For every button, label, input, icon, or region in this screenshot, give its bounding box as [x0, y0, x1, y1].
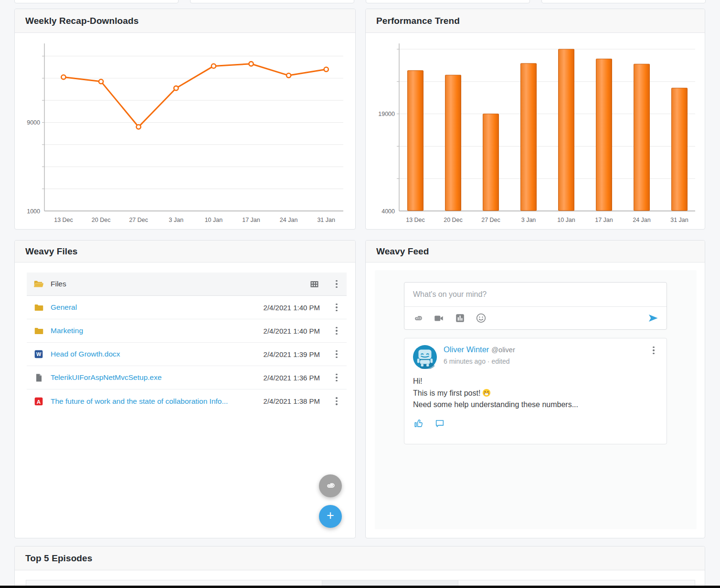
file-kebab-menu[interactable] [332, 326, 341, 336]
svg-text:20 Dec: 20 Dec [92, 217, 111, 223]
feed-surface: Oliver Winter@oliver 6 minutes ago · edi… [375, 270, 697, 529]
file-kebab-menu[interactable] [332, 349, 341, 359]
file-link[interactable]: The future of work and the state of coll… [51, 397, 264, 406]
post-composer [404, 282, 667, 330]
kpi-card-stub-2 [190, 0, 354, 3]
grinning-face-emoji [482, 388, 491, 397]
file-link[interactable]: TelerikUIForAspNetMvcSetup.exe [51, 373, 264, 382]
attachment-fab-button[interactable] [319, 474, 342, 497]
weavy-files-header: Weavy Files [15, 241, 355, 262]
svg-text:10 Jan: 10 Jan [205, 217, 223, 223]
post-head: Oliver Winter@oliver 6 minutes ago · edi… [413, 345, 658, 369]
file-link[interactable]: Head of Growth.docx [51, 350, 264, 358]
file-kebab-menu[interactable] [332, 396, 341, 407]
plus-icon: + [327, 509, 334, 522]
file-row-pdf[interactable]: A The future of work and the state of co… [27, 389, 347, 413]
weavy-feed-title: Weavy Feed [376, 246, 429, 257]
file-modified: 2/4/2021 1:40 PM [264, 327, 320, 335]
pdf-file-icon: A [33, 396, 44, 407]
performance-trend-header: Performance Trend [366, 9, 705, 33]
post-body: Hi! This is my first post! Need some hel… [413, 376, 658, 411]
post-kebab-menu[interactable] [649, 345, 658, 356]
add-file-fab-button[interactable]: + [319, 505, 342, 528]
svg-text:24 Jan: 24 Jan [280, 217, 298, 223]
post-actions [413, 418, 658, 429]
file-link[interactable]: Marketing [51, 326, 264, 335]
grid-view-icon[interactable] [308, 278, 320, 290]
composer-input[interactable] [404, 283, 667, 306]
svg-text:17 Jan: 17 Jan [595, 217, 613, 223]
weavy-feed-panel: Weavy Feed [365, 240, 705, 538]
file-kebab-menu[interactable] [332, 302, 341, 313]
svg-text:27 Dec: 27 Dec [481, 217, 500, 223]
kpi-card-stub-4 [541, 0, 706, 3]
files-table: Files General 2/4/2021 1:40 PM Marketing [27, 273, 347, 413]
performance-trend-panel: Performance Trend 40001900013 Dec20 Dec2… [365, 9, 705, 230]
post-author-handle: @oliver [491, 346, 515, 354]
svg-text:24 Jan: 24 Jan [633, 217, 651, 223]
svg-text:17 Jan: 17 Jan [242, 217, 260, 223]
svg-text:1000: 1000 [27, 208, 40, 215]
avatar[interactable] [413, 345, 437, 369]
svg-text:9000: 9000 [27, 119, 40, 126]
weavy-files-panel: Weavy Files Files General 2/4/2021 1:40 … [14, 240, 356, 538]
file-modified: 2/4/2021 1:40 PM [264, 304, 320, 312]
files-kebab-menu[interactable] [332, 279, 341, 289]
svg-text:13 Dec: 13 Dec [406, 217, 425, 223]
svg-text:31 Jan: 31 Jan [317, 217, 335, 223]
open-folder-icon [33, 279, 44, 289]
file-link[interactable]: General [51, 303, 264, 312]
emoji-icon[interactable] [475, 313, 487, 324]
svg-text:20 Dec: 20 Dec [444, 217, 463, 223]
weekly-downloads-panel: Weekly Recap-Downloads 1000900013 Dec20 … [14, 9, 356, 230]
kpi-card-stub-1 [14, 0, 179, 3]
post-line: This is my first post! [413, 388, 658, 399]
folder-icon [33, 302, 44, 313]
composer-toolbar [404, 306, 667, 329]
file-row-exe[interactable]: TelerikUIForAspNetMvcSetup.exe 2/4/2021 … [27, 366, 347, 389]
weekly-downloads-title: Weekly Recap-Downloads [25, 16, 138, 26]
performance-trend-title: Performance Trend [376, 16, 460, 26]
svg-text:3 Jan: 3 Jan [169, 217, 184, 223]
svg-text:W: W [36, 351, 42, 357]
top-episodes-title: Top 5 Episodes [25, 553, 92, 564]
files-breadcrumb-row: Files [27, 273, 347, 296]
word-document-icon: W [33, 349, 44, 359]
svg-text:13 Dec: 13 Dec [54, 217, 73, 223]
file-modified: 2/4/2021 1:39 PM [264, 350, 320, 358]
video-icon[interactable] [433, 313, 445, 324]
send-icon[interactable] [647, 313, 659, 324]
file-modified: 2/4/2021 1:38 PM [264, 397, 320, 405]
file-row-marketing[interactable]: Marketing 2/4/2021 1:40 PM [27, 319, 347, 343]
feed-post: Oliver Winter@oliver 6 minutes ago · edi… [404, 338, 667, 444]
file-row-docx[interactable]: W Head of Growth.docx 2/4/2021 1:39 PM [27, 343, 347, 366]
svg-text:3 Jan: 3 Jan [521, 217, 536, 223]
weekly-downloads-header: Weekly Recap-Downloads [15, 9, 355, 33]
weavy-feed-header: Weavy Feed [366, 241, 705, 262]
poll-icon[interactable] [454, 313, 466, 324]
weekly-downloads-line-chart: 1000900013 Dec20 Dec27 Dec3 Jan10 Jan17 … [15, 33, 355, 231]
like-icon[interactable] [413, 418, 424, 429]
svg-text:10 Jan: 10 Jan [557, 217, 575, 223]
top-episodes-header: Top 5 Episodes [15, 546, 705, 570]
file-modified: 2/4/2021 1:36 PM [264, 374, 320, 382]
kpi-card-stub-3 [366, 0, 530, 3]
svg-text:31 Jan: 31 Jan [670, 217, 688, 223]
weavy-files-title: Weavy Files [25, 246, 78, 257]
post-author-link[interactable]: Oliver Winter [444, 345, 489, 354]
svg-text:A: A [37, 398, 41, 404]
post-line: Need some help understanding these numbe… [413, 399, 658, 411]
attach-icon[interactable] [412, 313, 424, 324]
file-kebab-menu[interactable] [332, 372, 341, 383]
svg-text:4000: 4000 [381, 208, 395, 215]
folder-icon [33, 326, 44, 336]
post-line: Hi! [413, 376, 658, 388]
paperclip-icon [325, 480, 336, 493]
svg-text:19000: 19000 [378, 111, 395, 117]
line-chart-svg: 1000900013 Dec20 Dec27 Dec3 Jan10 Jan17 … [15, 33, 355, 229]
bar-chart-svg: 40001900013 Dec20 Dec27 Dec3 Jan10 Jan17… [366, 33, 705, 229]
file-row-general[interactable]: General 2/4/2021 1:40 PM [27, 296, 347, 319]
files-breadcrumb-label: Files [51, 280, 308, 288]
svg-text:27 Dec: 27 Dec [129, 217, 148, 223]
comment-icon[interactable] [434, 418, 445, 429]
